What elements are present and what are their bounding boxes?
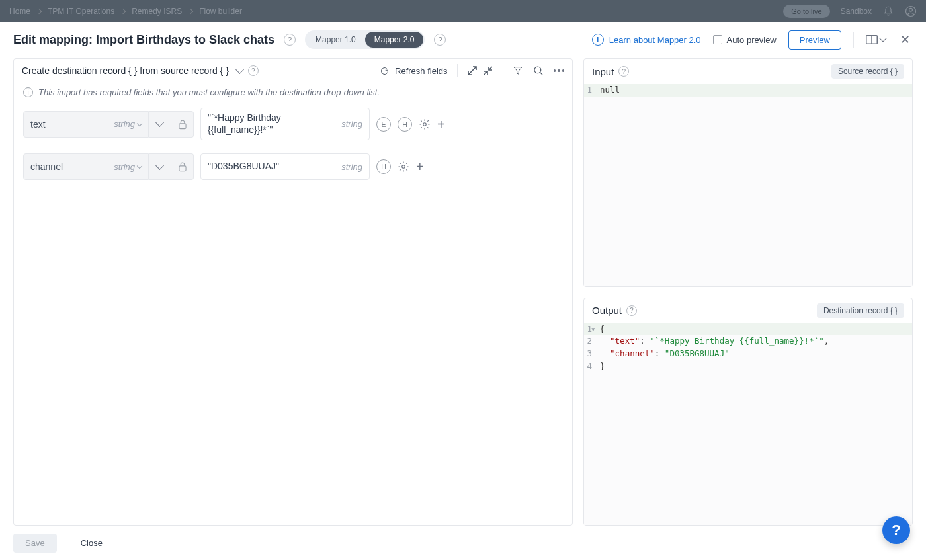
source-type: string — [341, 119, 362, 129]
destination-name: text — [30, 119, 46, 130]
breadcrumb-home[interactable]: Home — [9, 7, 30, 16]
badge-h[interactable]: H — [376, 159, 391, 174]
mapper-version-toggle: Mapper 1.0 Mapper 2.0 — [305, 30, 425, 49]
refresh-fields-button[interactable]: Refresh fields — [380, 66, 447, 76]
gear-icon[interactable] — [419, 118, 431, 130]
source-value: "`*Happy Birthday {{full_name}}!*`" — [208, 112, 335, 136]
close-button-footer[interactable]: Close — [77, 538, 106, 549]
help-icon[interactable]: ? — [434, 34, 446, 46]
svg-point-12 — [423, 122, 427, 126]
auto-preview-label: Auto preview — [727, 35, 777, 45]
breadcrumb-1[interactable]: TPM IT Operations — [48, 7, 114, 16]
breadcrumb-2[interactable]: Remedy ISRS — [132, 7, 182, 16]
lock-icon[interactable] — [171, 111, 194, 138]
mapping-row: channel string "D035BG8UUAJ" string H + — [23, 153, 563, 180]
chevron-right-icon — [188, 8, 193, 13]
svg-line-5 — [468, 71, 472, 75]
svg-point-9 — [534, 67, 541, 73]
destination-name: channel — [30, 161, 63, 172]
preview-button[interactable]: Preview — [788, 30, 841, 50]
mapper-1-option[interactable]: Mapper 1.0 — [306, 32, 365, 48]
top-nav: Home TPM IT Operations Remedy ISRS Flow … — [0, 0, 926, 22]
output-code[interactable]: 1▾{2 "text": "`*Happy Birthday {{full_na… — [584, 323, 912, 526]
destination-type: string — [114, 162, 135, 172]
input-panel: Input ? Source record { } 1null — [583, 58, 913, 287]
svg-rect-13 — [179, 166, 185, 171]
output-title: Output — [592, 305, 622, 316]
chevron-down-icon — [137, 120, 142, 126]
source-type: string — [341, 162, 362, 172]
mapping-editor-panel: Create destination record { } from sourc… — [13, 58, 573, 526]
env-label: Sandbox — [841, 7, 872, 16]
input-title: Input — [592, 66, 614, 77]
footer: Save Close — [0, 526, 926, 560]
destination-record-badge: Destination record { } — [817, 303, 904, 318]
required-fields-warning: This import has required fields that you… — [38, 87, 380, 97]
source-record-badge: Source record { } — [831, 64, 904, 79]
help-icon[interactable]: ? — [618, 66, 629, 77]
lock-icon[interactable] — [171, 153, 194, 180]
page-header: Edit mapping: Import Birthdays to Slack … — [0, 22, 926, 58]
svg-rect-11 — [179, 123, 185, 128]
close-button[interactable]: ✕ — [898, 30, 913, 50]
svg-point-14 — [402, 165, 405, 169]
filter-icon[interactable] — [513, 65, 523, 76]
divider — [853, 32, 854, 48]
svg-line-10 — [540, 72, 542, 75]
learn-label: Learn about Mapper 2.0 — [609, 35, 701, 45]
info-icon: i — [592, 34, 604, 46]
chevron-down-icon — [879, 34, 886, 42]
chevron-down-icon — [155, 161, 164, 170]
save-button: Save — [13, 534, 57, 553]
svg-marker-8 — [514, 67, 522, 75]
chevron-right-icon — [36, 8, 42, 13]
learn-link[interactable]: i Learn about Mapper 2.0 — [592, 34, 701, 46]
help-icon[interactable]: ? — [626, 305, 637, 316]
chevron-right-icon — [120, 8, 126, 13]
help-icon[interactable]: ? — [248, 65, 259, 76]
collapse-icon[interactable] — [483, 65, 493, 76]
divider — [503, 64, 503, 77]
svg-line-4 — [472, 67, 476, 71]
source-expression-field[interactable]: "D035BG8UUAJ" string — [200, 153, 370, 180]
add-mapping-icon[interactable]: + — [416, 160, 424, 173]
expand-icon[interactable] — [467, 65, 478, 76]
source-expression-field[interactable]: "`*Happy Birthday {{full_name}}!*`" stri… — [200, 108, 370, 140]
divider — [457, 64, 458, 77]
avatar-icon[interactable] — [905, 5, 917, 17]
mapping-row: text string "`*Happy Birthday {{full_nam… — [23, 108, 563, 140]
output-panel: Output ? Destination record { } 1▾{2 "te… — [583, 298, 913, 526]
destination-field[interactable]: channel string — [23, 153, 149, 180]
search-icon[interactable] — [532, 65, 544, 77]
more-menu-icon[interactable] — [554, 69, 565, 72]
info-icon: i — [23, 87, 33, 97]
refresh-label: Refresh fields — [395, 66, 447, 76]
bell-icon[interactable] — [882, 5, 894, 17]
mapper-2-option[interactable]: Mapper 2.0 — [365, 32, 424, 48]
destination-dropdown[interactable] — [149, 153, 171, 180]
chevron-down-icon[interactable] — [235, 65, 244, 74]
source-value: "D035BG8UUAJ" — [208, 161, 279, 173]
help-fab[interactable]: ? — [882, 516, 910, 544]
badge-e[interactable]: E — [376, 117, 391, 132]
gear-icon[interactable] — [398, 161, 409, 173]
layout-toggle[interactable] — [866, 35, 886, 44]
svg-point-1 — [909, 8, 913, 11]
destination-dropdown[interactable] — [149, 111, 171, 138]
help-icon[interactable]: ? — [284, 34, 296, 46]
add-mapping-icon[interactable]: + — [437, 118, 445, 131]
chevron-down-icon — [137, 163, 142, 169]
input-code[interactable]: 1null — [584, 84, 912, 286]
breadcrumb-3[interactable]: Flow builder — [199, 7, 242, 16]
mapping-description: Create destination record { } from sourc… — [22, 65, 229, 76]
chevron-down-icon — [155, 118, 164, 127]
badge-h[interactable]: H — [398, 117, 412, 132]
destination-field[interactable]: text string — [23, 111, 149, 138]
page-title: Edit mapping: Import Birthdays to Slack … — [13, 33, 274, 47]
auto-preview-checkbox[interactable] — [713, 35, 722, 44]
go-live-pill[interactable]: Go to live — [783, 5, 829, 18]
destination-type: string — [114, 119, 135, 129]
